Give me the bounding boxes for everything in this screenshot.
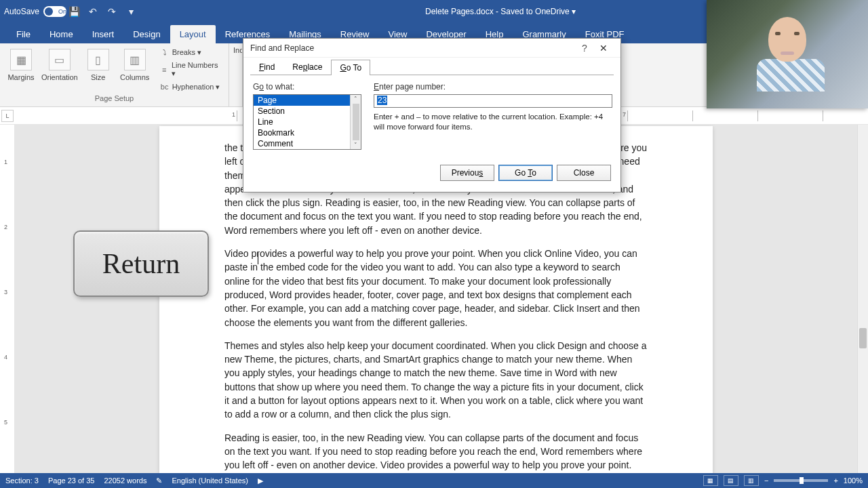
list-item[interactable]: Line: [254, 117, 361, 127]
autosave-label: AutoSave: [4, 7, 39, 16]
webcam-overlay: [707, 0, 868, 108]
list-item[interactable]: Section: [254, 106, 361, 117]
body-paragraph[interactable]: Themes and styles also help keep your do…: [224, 339, 648, 422]
previous-button[interactable]: Previous: [440, 165, 494, 181]
print-layout-icon[interactable]: ▤: [724, 475, 738, 486]
qat-customize-icon[interactable]: ▾: [125, 5, 137, 18]
status-words[interactable]: 22052 words: [104, 476, 146, 485]
line-numbers-icon: ≡: [160, 65, 169, 75]
size-icon: ▯: [87, 49, 109, 70]
status-language[interactable]: English (United States): [172, 476, 248, 485]
scroll-up-icon[interactable]: ˄: [354, 95, 357, 103]
tab-file[interactable]: File: [7, 25, 40, 43]
find-replace-dialog: Find and Replace ? ✕ Find Replace Go To …: [243, 38, 621, 192]
list-item[interactable]: Comment: [254, 138, 361, 149]
columns-icon: ▥: [124, 49, 146, 70]
dialog-tab-goto[interactable]: Go To: [331, 60, 370, 75]
columns-button[interactable]: ▥ Columns: [118, 46, 152, 84]
status-bar: Section: 3 Page 23 of 35 22052 words ✎ E…: [0, 473, 868, 488]
quick-access-toolbar: 💾 ↶ ↷ ▾: [68, 5, 137, 18]
read-mode-icon[interactable]: ▦: [703, 475, 718, 486]
redo-icon[interactable]: ↷: [106, 5, 118, 18]
spelling-icon[interactable]: ✎: [156, 476, 162, 485]
zoom-slider[interactable]: [774, 479, 828, 482]
tab-selector[interactable]: L: [1, 110, 14, 122]
hyphenation-icon: bc: [160, 82, 170, 92]
tab-design[interactable]: Design: [123, 25, 170, 43]
text-cursor: [258, 252, 258, 264]
close-button[interactable]: Close: [557, 165, 611, 181]
page-number-input[interactable]: 23: [374, 94, 612, 108]
presenter-figure: [757, 17, 818, 92]
group-paragraph-partial: Inde: [229, 43, 243, 106]
return-key-graphic: Return: [73, 230, 209, 297]
listbox-scrollbar[interactable]: ˄ ˅: [350, 95, 361, 149]
size-button[interactable]: ▯ Size: [81, 46, 115, 84]
goto-what-listbox[interactable]: Page Section Line Bookmark Comment Footn…: [253, 94, 361, 150]
zoom-out-button[interactable]: −: [764, 476, 768, 485]
tab-home[interactable]: Home: [40, 25, 83, 43]
zoom-in-button[interactable]: +: [833, 476, 837, 485]
web-layout-icon[interactable]: ▥: [744, 475, 759, 486]
goto-what-label: Go to what:: [253, 82, 361, 92]
zoom-level[interactable]: 100%: [844, 476, 863, 485]
undo-icon[interactable]: ↶: [87, 5, 99, 18]
dialog-titlebar[interactable]: Find and Replace ? ✕: [243, 39, 620, 58]
close-icon[interactable]: ✕: [593, 43, 614, 54]
orientation-icon: ▭: [49, 49, 71, 70]
list-item[interactable]: Bookmark: [254, 127, 361, 138]
dialog-tabs: Find Replace Go To: [243, 58, 620, 75]
scrollbar-thumb[interactable]: [353, 104, 359, 140]
vertical-ruler[interactable]: 1 2 3 4 5: [0, 125, 15, 473]
status-section[interactable]: Section: 3: [5, 476, 39, 485]
help-icon[interactable]: ?: [576, 43, 593, 54]
dialog-tab-find[interactable]: Find: [250, 59, 283, 75]
scroll-down-icon[interactable]: ˅: [354, 141, 357, 149]
dialog-tab-replace[interactable]: Replace: [283, 59, 331, 75]
dialog-title: Find and Replace: [250, 43, 576, 53]
group-page-setup: ▦ Margins ▭ Orientation ▯ Size ▥ Columns…: [0, 43, 229, 106]
tab-layout[interactable]: Layout: [170, 25, 216, 43]
group-label-page-setup: Page Setup: [4, 93, 224, 104]
status-page[interactable]: Page 23 of 35: [48, 476, 95, 485]
body-paragraph[interactable]: Video provides a powerful way to help yo…: [224, 247, 648, 329]
line-numbers-button[interactable]: ≡Line Numbers ▾: [157, 60, 224, 79]
save-icon[interactable]: 💾: [68, 5, 80, 18]
autosave-state: On: [58, 8, 66, 15]
body-paragraph[interactable]: Reading is easier, too, in the new Readi…: [224, 431, 648, 473]
margins-button[interactable]: ▦ Margins: [4, 46, 38, 84]
scrollbar-thumb[interactable]: [859, 328, 867, 348]
goto-hint: Enter + and – to move relative to the cu…: [374, 112, 612, 132]
enter-page-label: Enter page number:: [374, 82, 612, 92]
breaks-icon: ⤵: [160, 47, 170, 57]
goto-button[interactable]: Go To: [498, 165, 553, 181]
breaks-button[interactable]: ⤵Breaks ▾: [157, 46, 224, 58]
tab-insert[interactable]: Insert: [83, 25, 124, 43]
list-item[interactable]: Page: [254, 95, 361, 106]
macro-icon[interactable]: ▶: [258, 476, 263, 485]
margins-icon: ▦: [10, 49, 32, 70]
autosave-toggle[interactable]: AutoSave On: [4, 6, 57, 17]
list-item[interactable]: Footnote: [254, 149, 361, 150]
hyphenation-button[interactable]: bcHyphenation ▾: [157, 81, 224, 93]
vertical-scrollbar[interactable]: [857, 125, 868, 473]
orientation-button[interactable]: ▭ Orientation: [41, 46, 79, 84]
